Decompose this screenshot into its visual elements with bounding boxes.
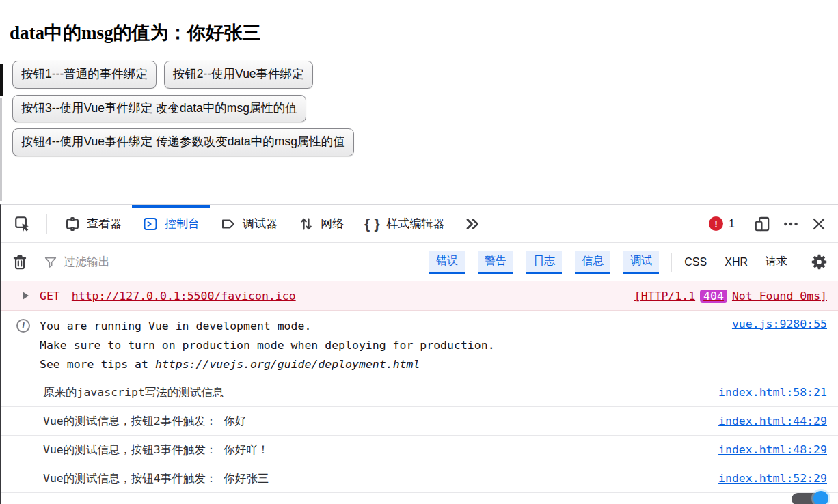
log-message: Vue的测试信息，按钮2事件触发： 你好: [43, 414, 246, 429]
tab-inspector[interactable]: 查看器: [54, 205, 132, 242]
filter-logs-button[interactable]: 日志: [526, 251, 562, 274]
tab-label: 样式编辑器: [387, 216, 445, 232]
expand-triangle-icon[interactable]: [23, 292, 29, 300]
tab-style-editor[interactable]: { } 样式编辑器: [354, 205, 455, 242]
console-bottom-area: [1, 493, 838, 503]
console-row-network-error[interactable]: GET http://127.0.0.1:5500/favicon.ico [H…: [1, 281, 838, 311]
devtools-tabbar: 查看器 控制台 调试器: [1, 205, 838, 243]
devtools-panel: 查看器 控制台 调试器: [0, 204, 838, 504]
log-message: Vue的测试信息，按钮4事件触发： 你好张三: [43, 471, 269, 486]
filter-debug-button[interactable]: 调试: [623, 251, 659, 274]
divider: [671, 253, 672, 272]
filter-info-button[interactable]: 信息: [575, 251, 610, 274]
http-status-link[interactable]: [HTTP/1.1404Not Found 0ms]: [634, 290, 838, 303]
filter-funnel-icon: [43, 255, 58, 270]
devtools-window-buttons: [753, 215, 827, 233]
tab-label: 控制台: [165, 216, 200, 232]
webpage-viewport: data中的msg的值为：你好张三 按钮1---普通的事件绑定 按钮2--使用V…: [0, 0, 838, 204]
divider: [800, 253, 800, 272]
status-code-badge: 404: [700, 290, 727, 303]
info-line-1: You are running Vue in development mode.: [40, 317, 495, 336]
log-message: Vue的测试信息，按钮3事件触发： 你好吖！: [43, 443, 269, 458]
divider: [36, 253, 36, 272]
console-settings-gear-icon[interactable]: [810, 253, 828, 271]
filter-requests-button[interactable]: 请求: [766, 255, 787, 269]
event-bind-button-4[interactable]: 按钮4--使用Vue事件绑定 传递参数改变data中的msg属性的值: [12, 128, 354, 156]
divider: [46, 214, 47, 234]
page-title: data中的msg的值为：你好张三: [0, 0, 838, 45]
tab-label: 网络: [321, 216, 344, 232]
console-row-vue-info: i You are running Vue in development mod…: [1, 311, 838, 378]
responsive-design-icon[interactable]: [753, 215, 771, 233]
window-edge-artifact: [0, 64, 3, 96]
tab-debugger[interactable]: 调试器: [210, 205, 288, 242]
filter-xhr-button[interactable]: XHR: [725, 256, 748, 268]
filter-warnings-button[interactable]: 警告: [478, 251, 513, 274]
error-count: 1: [729, 218, 735, 230]
status-prefix: [HTTP/1.1: [634, 290, 695, 303]
error-count-icon[interactable]: !: [709, 216, 723, 231]
filter-css-button[interactable]: CSS: [684, 256, 707, 268]
event-bind-button-3[interactable]: 按钮3--使用Vue事件绑定 改变data中的msg属性的值: [12, 95, 306, 123]
category-filters: CSS XHR 请求: [684, 255, 787, 269]
close-icon[interactable]: [811, 216, 827, 232]
debugger-icon: [220, 216, 236, 232]
console-row-log: Vue的测试信息，按钮3事件触发： 你好吖！ index.html:48:29: [1, 436, 838, 464]
more-tabs-chevron-icon[interactable]: [463, 215, 481, 233]
clear-console-trash-icon[interactable]: [11, 253, 29, 271]
inspector-icon: [64, 216, 81, 232]
info-message-text: You are running Vue in development mode.…: [40, 317, 495, 374]
partial-toggle-artifact: [792, 493, 826, 504]
divider: [746, 214, 746, 234]
log-level-filters: 错误 警告 日志 信息 调试: [429, 251, 659, 274]
status-suffix: Not Found 0ms]: [732, 290, 827, 303]
pick-element-icon[interactable]: [10, 211, 36, 237]
event-bind-button-2[interactable]: 按钮2--使用Vue事件绑定: [164, 61, 313, 89]
source-location-link[interactable]: index.html:52:29: [718, 472, 838, 485]
filter-errors-button[interactable]: 错误: [429, 251, 465, 274]
console-row-log: 原来的javascript写法的测试信息 index.html:58:21: [1, 378, 838, 407]
info-line-3: See more tips athttps://vuejs.org/guide/…: [40, 355, 495, 374]
info-line-3-text: See more tips at: [40, 358, 148, 371]
button-row: 按钮3--使用Vue事件绑定 改变data中的msg属性的值: [12, 95, 838, 123]
filter-output-input[interactable]: [64, 255, 429, 269]
tab-label: 查看器: [87, 216, 122, 232]
filter-output-field[interactable]: [43, 255, 429, 270]
network-arrows-icon: [298, 216, 314, 232]
http-method: GET: [40, 290, 60, 303]
console-row-log: Vue的测试信息，按钮4事件触发： 你好张三 index.html:52:29: [1, 464, 838, 493]
source-location-link[interactable]: vue.js:9280:55: [732, 318, 838, 331]
button-row: 按钮4--使用Vue事件绑定 传递参数改变data中的msg属性的值: [12, 128, 838, 156]
source-location-link[interactable]: index.html:44:29: [718, 415, 838, 428]
tab-network[interactable]: 网络: [288, 205, 354, 242]
request-url-link[interactable]: http://127.0.0.1:5500/favicon.ico: [72, 290, 296, 303]
deployment-guide-link[interactable]: https://vuejs.org/guide/deployment.html: [155, 358, 420, 371]
source-location-link[interactable]: index.html:48:29: [718, 443, 838, 456]
source-location-link[interactable]: index.html:58:21: [718, 386, 838, 399]
console-row-log: Vue的测试信息，按钮2事件触发： 你好 index.html:44:29: [1, 407, 838, 436]
info-line-2: Make sure to turn on production mode whe…: [40, 336, 495, 355]
button-row: 按钮1---普通的事件绑定 按钮2--使用Vue事件绑定: [12, 61, 838, 89]
log-message: 原来的javascript写法的测试信息: [43, 385, 224, 400]
screenshot-root: data中的msg的值为：你好张三 按钮1---普通的事件绑定 按钮2--使用V…: [0, 0, 838, 504]
button-group: 按钮1---普通的事件绑定 按钮2--使用Vue事件绑定 按钮3--使用Vue事…: [12, 61, 838, 156]
console-toolbar: 错误 警告 日志 信息 调试 CSS XHR 请求: [1, 243, 838, 281]
info-icon: i: [16, 319, 30, 333]
tab-console[interactable]: 控制台: [132, 205, 210, 242]
event-bind-button-1[interactable]: 按钮1---普通的事件绑定: [12, 61, 157, 89]
console-icon: [142, 216, 159, 232]
scrollbar-track-artifact: [0, 98, 2, 201]
braces-icon: { }: [364, 216, 381, 232]
tab-label: 调试器: [243, 216, 278, 232]
meatball-menu-icon[interactable]: [782, 215, 800, 233]
